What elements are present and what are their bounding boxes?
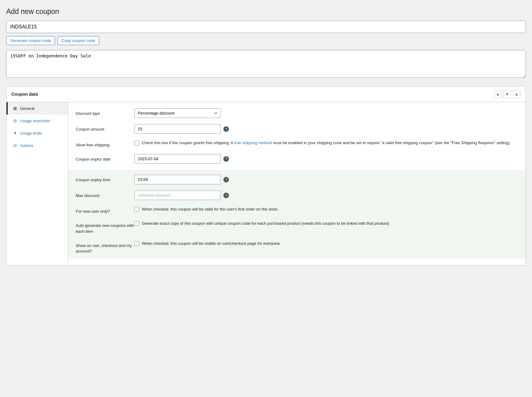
coupon-expiry-time-label: Coupon expiry time — [76, 175, 134, 183]
coupon-expiry-time-control: ? — [134, 175, 518, 184]
for-new-user-wrap: When checked, this coupon will be valid … — [134, 206, 518, 212]
sidebar: ⊠ General ⊘ Usage restriction ✦ Usage li… — [6, 102, 68, 265]
for-new-user-row: For new user only? When checked, this co… — [76, 206, 518, 214]
panel-header: Coupon data ▲ ▼ ▲ — [6, 86, 526, 102]
coupon-amount-control: ? — [134, 124, 518, 134]
usage-limits-icon: ✦ — [13, 131, 18, 136]
max-discount-row: Max discount ? — [76, 190, 518, 200]
max-discount-label: Max discount — [76, 190, 134, 199]
general-icon: ⊠ — [13, 106, 18, 111]
show-on-cart-row: Show on cart, checkout and my account? W… — [76, 240, 518, 254]
allow-free-shipping-wrap: Check this box if the coupon grants free… — [134, 140, 518, 146]
sidebar-label-actions: Actions — [20, 143, 33, 148]
page-title: Add new coupon — [6, 7, 526, 16]
for-new-user-label: For new user only? — [76, 206, 134, 214]
panel-title: Coupon data — [11, 92, 38, 97]
panel-collapse-button[interactable]: ▲ — [513, 90, 521, 98]
max-discount-control: ? — [134, 190, 518, 200]
auto-generate-control: Generate exact copy of this coupon with … — [134, 220, 518, 227]
coupon-expiry-date-control: ? — [134, 154, 518, 164]
max-discount-input[interactable] — [134, 190, 221, 200]
max-discount-help-icon[interactable]: ? — [223, 193, 229, 198]
show-on-cart-control: When checked, this coupon will be visibl… — [134, 240, 518, 247]
discount-type-row: Discount type Percentage discount Fixed … — [76, 108, 518, 118]
general-content: Discount type Percentage discount Fixed … — [68, 102, 526, 265]
auto-generate-checkbox[interactable] — [134, 221, 139, 226]
show-on-cart-label: Show on cart, checkout and my account? — [76, 240, 134, 254]
coupon-expiry-date-input[interactable] — [134, 154, 221, 164]
panel-up-button[interactable]: ▲ — [494, 90, 502, 98]
sidebar-label-usage-restriction: Usage restriction — [20, 119, 50, 123]
generate-coupon-button[interactable]: Generate coupon code — [6, 36, 55, 45]
auto-generate-wrap: Generate exact copy of this coupon with … — [134, 220, 518, 227]
allow-free-shipping-text: Check this box if the coupon grants free… — [142, 140, 511, 146]
for-new-user-control: When checked, this coupon will be valid … — [134, 206, 518, 212]
discount-type-select[interactable]: Percentage discount Fixed cart discount … — [134, 108, 221, 118]
panel-controls: ▲ ▼ ▲ — [494, 90, 521, 98]
coupon-description-textarea[interactable]: 15%OFF on Independence Day Sale — [6, 50, 526, 78]
allow-free-shipping-label: Allow free shipping — [76, 140, 134, 148]
allow-free-shipping-control: Check this box if the coupon grants free… — [134, 140, 518, 146]
actions-icon: ⊙ — [13, 143, 18, 148]
coupon-amount-label: Coupon amount — [76, 124, 134, 132]
auto-generate-row: Auto generate new coupons with each item… — [76, 220, 518, 234]
coupon-amount-help-icon[interactable]: ? — [223, 126, 229, 132]
for-new-user-checkbox[interactable] — [134, 207, 139, 212]
show-on-cart-text: When checked, this coupon will be visibl… — [142, 240, 280, 247]
panel-down-button[interactable]: ▼ — [503, 90, 511, 98]
coupon-expiry-time-help-icon[interactable]: ? — [223, 177, 229, 182]
auto-generate-text: Generate exact copy of this coupon with … — [142, 220, 389, 227]
coupon-code-input[interactable] — [6, 21, 526, 33]
coupon-data-panel: Coupon data ▲ ▼ ▲ ⊠ General ⊘ Usage rest… — [6, 86, 526, 265]
allow-free-shipping-row: Allow free shipping Check this box if th… — [76, 140, 518, 148]
sidebar-item-usage-restriction[interactable]: ⊘ Usage restriction — [6, 115, 68, 127]
sidebar-item-actions[interactable]: ⊙ Actions — [6, 139, 68, 152]
green-section: Coupon expiry time ? Max discount ? — [68, 170, 526, 259]
sidebar-label-general: General — [20, 106, 34, 111]
sidebar-label-usage-limits: Usage limits — [20, 131, 42, 136]
coupon-expiry-date-row: Coupon expiry date ? — [76, 154, 518, 164]
coupon-expiry-time-row: Coupon expiry time ? — [76, 175, 518, 184]
auto-generate-label: Auto generate new coupons with each item — [76, 220, 134, 234]
usage-restriction-icon: ⊘ — [13, 118, 18, 123]
show-on-cart-wrap: When checked, this coupon will be visibl… — [134, 240, 518, 247]
sidebar-item-general[interactable]: ⊠ General — [6, 102, 68, 115]
discount-type-label: Discount type — [76, 108, 134, 116]
coupon-expiry-date-label: Coupon expiry date — [76, 154, 134, 162]
coupon-expiry-date-help-icon[interactable]: ? — [223, 156, 229, 162]
show-on-cart-checkbox[interactable] — [134, 241, 139, 246]
for-new-user-text: When checked, this coupon will be valid … — [142, 206, 279, 212]
free-shipping-method-link[interactable]: free shipping method — [234, 140, 272, 145]
sidebar-item-usage-limits[interactable]: ✦ Usage limits — [6, 127, 68, 139]
discount-type-control: Percentage discount Fixed cart discount … — [134, 108, 518, 118]
copy-coupon-button[interactable]: Copy coupon code — [57, 36, 99, 45]
coupon-amount-input[interactable] — [134, 124, 221, 134]
coupon-amount-row: Coupon amount ? — [76, 124, 518, 134]
allow-free-shipping-checkbox[interactable] — [134, 140, 139, 145]
panel-body: ⊠ General ⊘ Usage restriction ✦ Usage li… — [6, 102, 526, 265]
coupon-expiry-time-input[interactable] — [134, 175, 221, 184]
